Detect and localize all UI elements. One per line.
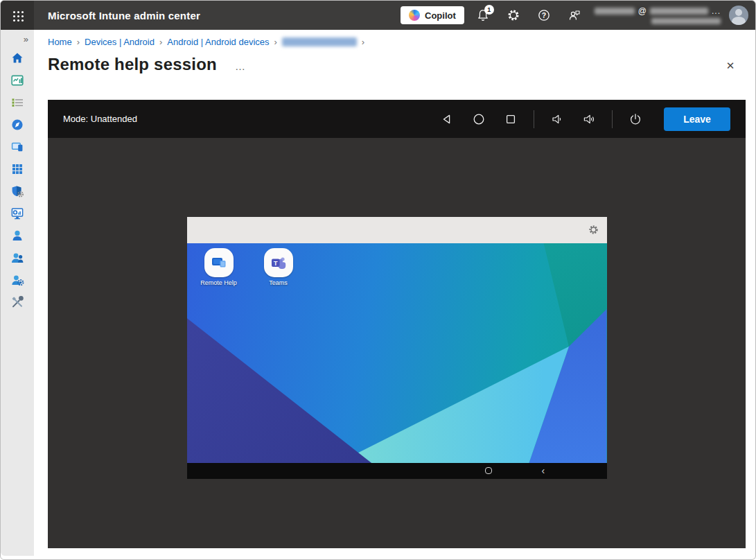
android-recents-button[interactable] [502, 110, 520, 128]
remote-help-app-shortcut[interactable]: Remote Help [199, 248, 239, 286]
teams-app-shortcut[interactable]: T Teams [258, 248, 299, 286]
app-label: Remote Help [200, 279, 237, 286]
top-bar: Microsoft Intune admin center Copilot 1 [1, 1, 755, 30]
groups-icon [10, 251, 24, 265]
nav-expand-button[interactable]: » [24, 30, 34, 46]
power-button[interactable] [626, 110, 644, 128]
back-triangle-icon [440, 112, 454, 126]
app-label: Teams [269, 279, 288, 286]
sidebar-item-apps[interactable] [6, 162, 28, 175]
session-stage: Remote Help T Teams [48, 138, 746, 548]
sidebar-item-troubleshooting[interactable] [6, 295, 28, 308]
volume-down-button[interactable] [548, 110, 566, 128]
recents-square-icon [504, 112, 518, 126]
sidebar-item-home[interactable] [6, 51, 28, 64]
device-status-bar [187, 217, 607, 243]
breadcrumb-android-devices[interactable]: Android | Android devices [167, 37, 269, 47]
device-home-icon[interactable] [485, 467, 492, 474]
toolbar-divider [534, 110, 534, 128]
remote-device-screen[interactable]: Remote Help T Teams [187, 217, 607, 479]
users-icon [10, 229, 24, 243]
apps-icon [10, 162, 24, 176]
compass-icon [10, 118, 24, 132]
devices-icon [10, 140, 24, 154]
remote-session-panel: Mode: Unattended [48, 100, 746, 548]
sidebar-item-users[interactable] [6, 229, 28, 242]
intune-admin-window: Microsoft Intune admin center Copilot 1 [0, 0, 756, 560]
volume-down-icon [550, 112, 564, 126]
account-email-redacted [595, 8, 635, 15]
android-back-button[interactable] [438, 110, 456, 128]
breadcrumb-devices-android[interactable]: Devices | Android [85, 37, 155, 47]
copilot-icon [409, 10, 420, 21]
more-options-button[interactable]: … [235, 60, 245, 72]
settings-button[interactable] [502, 3, 525, 27]
account-overflow: ... [712, 6, 721, 16]
feedback-button[interactable] [563, 3, 586, 27]
feedback-icon [568, 8, 581, 22]
teams-app-icon: T [264, 248, 293, 277]
sidebar-item-endpoint-security[interactable] [6, 184, 28, 198]
account-domain-redacted [650, 8, 708, 15]
home-circle-icon [472, 112, 486, 126]
breadcrumb-separator: › [274, 37, 277, 47]
android-home-button[interactable] [470, 110, 488, 128]
volume-up-button[interactable] [580, 110, 598, 128]
troubleshooting-icon [10, 295, 24, 309]
notification-badge: 1 [484, 5, 494, 15]
help-button[interactable]: ? [532, 3, 556, 27]
account-tenant-row [651, 18, 721, 24]
svg-text:T: T [273, 260, 277, 267]
sidebar-item-devices[interactable] [6, 140, 28, 153]
copilot-label: Copilot [425, 10, 456, 21]
page-header: Remote help session … [48, 55, 245, 74]
session-mode-label: Mode: Unattended [63, 114, 137, 124]
app-title: Microsoft Intune admin center [48, 10, 200, 21]
reports-icon [10, 207, 24, 220]
user-avatar[interactable] [729, 6, 748, 25]
sidebar-item-reports[interactable] [6, 207, 28, 220]
power-icon [628, 112, 642, 126]
copilot-button[interactable]: Copilot [401, 6, 464, 24]
notifications-button[interactable]: 1 [471, 3, 495, 27]
help-icon: ? [537, 8, 551, 22]
breadcrumb-home[interactable]: Home [48, 37, 72, 47]
device-settings-icon[interactable] [588, 225, 599, 235]
session-toolbar: Mode: Unattended [48, 100, 746, 138]
leave-session-button[interactable]: Leave [664, 107, 730, 131]
breadcrumb-device-name-redacted[interactable] [282, 37, 357, 46]
sidebar-item-all-services[interactable] [6, 96, 28, 109]
breadcrumb: Home › Devices | Android › Android | And… [48, 37, 364, 47]
device-wallpaper: Remote Help T Teams [187, 243, 607, 463]
account-tenant-redacted [651, 18, 721, 24]
page-title: Remote help session [48, 55, 217, 74]
toolbar-divider [612, 110, 613, 128]
dashboard-icon [10, 73, 24, 87]
left-nav: » [1, 30, 34, 556]
breadcrumb-separator: › [362, 37, 364, 47]
volume-up-icon [582, 112, 596, 126]
close-blade-button[interactable]: ✕ [723, 59, 737, 73]
sidebar-item-tenant-administration[interactable] [6, 273, 28, 286]
top-bar-actions: Copilot 1 ? [401, 3, 755, 27]
home-icon [10, 51, 24, 65]
tenant-admin-icon [10, 273, 24, 287]
breadcrumb-separator: › [77, 37, 80, 47]
device-nav-bar: ‹ [187, 463, 607, 479]
breadcrumb-separator: › [159, 37, 162, 47]
sidebar-item-browse[interactable] [6, 118, 28, 131]
account-info[interactable]: @ ... [595, 6, 721, 24]
sidebar-item-groups[interactable] [6, 251, 28, 264]
sidebar-item-dashboard[interactable] [6, 73, 28, 87]
all-services-icon [10, 96, 24, 110]
remote-help-app-icon [204, 248, 234, 277]
gear-icon [507, 8, 520, 22]
waffle-icon [13, 11, 15, 13]
nav-items [6, 51, 28, 308]
endpoint-security-icon [10, 184, 24, 198]
svg-text:?: ? [542, 11, 546, 19]
account-email-row: @ ... [595, 6, 721, 16]
device-back-icon[interactable]: ‹ [542, 463, 545, 479]
app-launcher-button[interactable] [1, 1, 34, 30]
account-at-symbol: @ [638, 6, 647, 16]
